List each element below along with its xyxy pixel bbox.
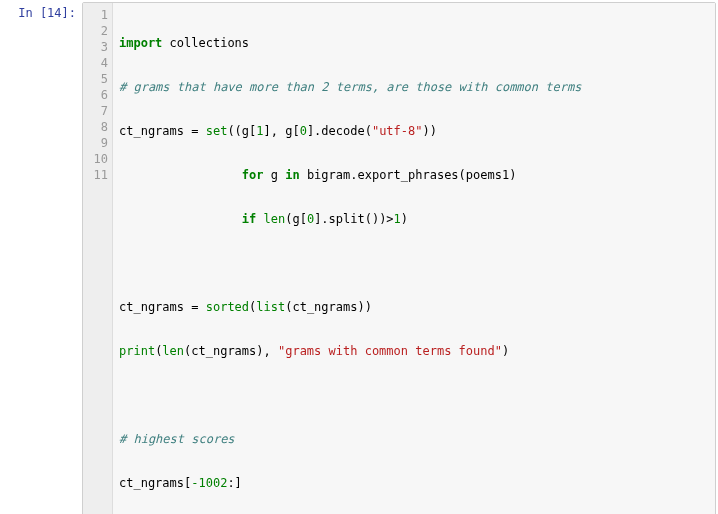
gutter-line: 8 (87, 119, 108, 135)
gutter-line: 10 (87, 151, 108, 167)
gutter-line: 5 (87, 71, 108, 87)
gutter-line: 3 (87, 39, 108, 55)
gutter-line: 6 (87, 87, 108, 103)
gutter-line: 11 (87, 167, 108, 183)
gutter-line: 2 (87, 23, 108, 39)
code-editor[interactable]: 1 2 3 4 5 6 7 8 9 10 11 import collectio… (82, 2, 716, 514)
gutter-line: 1 (87, 7, 108, 23)
input-cell: In [14]: 1 2 3 4 5 6 7 8 9 10 11 import … (0, 0, 718, 514)
line-gutter: 1 2 3 4 5 6 7 8 9 10 11 (83, 3, 113, 514)
in-prompt: In [14]: (0, 0, 80, 514)
code-body[interactable]: import collections # grams that have mor… (113, 3, 715, 514)
gutter-line: 9 (87, 135, 108, 151)
gutter-line: 4 (87, 55, 108, 71)
gutter-line: 7 (87, 103, 108, 119)
